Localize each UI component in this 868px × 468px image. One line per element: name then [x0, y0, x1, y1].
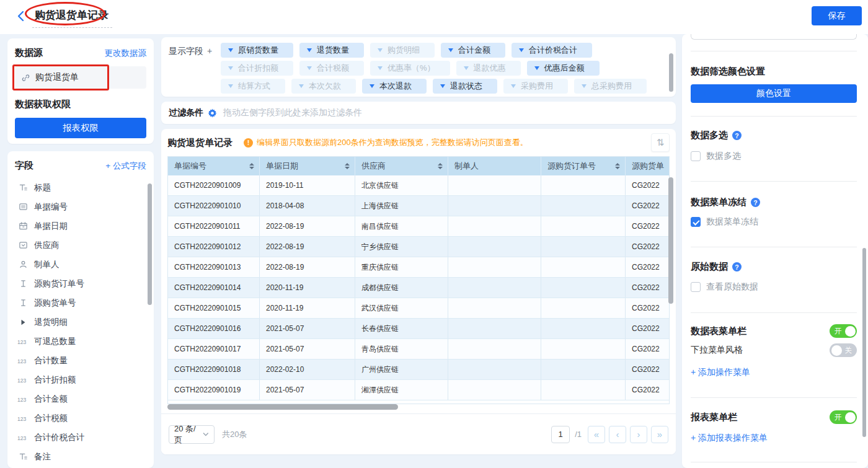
- last-page-button[interactable]: »: [651, 426, 668, 443]
- display-field-chip[interactable]: 合计价税合计: [512, 43, 592, 58]
- field-item[interactable]: 供应商: [15, 236, 146, 255]
- column-header[interactable]: 单据日期: [260, 157, 355, 175]
- field-item[interactable]: 123合计折扣额: [15, 370, 146, 389]
- caret-down-icon[interactable]: [582, 84, 587, 88]
- add-formula-field-link[interactable]: + 公式字段: [105, 161, 146, 172]
- caret-down-icon[interactable]: [228, 66, 233, 70]
- column-header[interactable]: 制单人: [448, 157, 541, 175]
- column-sort-icon[interactable]: [438, 163, 443, 170]
- field-item[interactable]: 标题: [15, 178, 146, 197]
- help-icon[interactable]: ?: [732, 131, 742, 140]
- table-cell: [448, 196, 541, 216]
- next-page-button[interactable]: ›: [630, 426, 647, 443]
- field-item[interactable]: 退货明细: [15, 312, 146, 332]
- caret-down-icon[interactable]: [299, 84, 304, 88]
- display-fields-chips: 原销货数量退货数量购货明细合计金额合计价税合计合计折扣额合计税额优惠率（%）退款…: [221, 43, 647, 91]
- chip-label: 结算方式: [238, 81, 270, 92]
- table-cell: 2019-10-11: [260, 175, 355, 195]
- multi-select-checkbox-row[interactable]: 数据多选: [691, 151, 857, 162]
- help-icon[interactable]: ?: [751, 198, 760, 207]
- report-menu-toggle[interactable]: 开: [830, 410, 857, 424]
- report-permission-button[interactable]: 报表权限: [15, 118, 146, 138]
- prev-page-button[interactable]: ‹: [609, 426, 626, 443]
- display-field-chip[interactable]: 合计税额: [299, 61, 364, 76]
- gear-icon[interactable]: [208, 108, 217, 118]
- display-field-chip[interactable]: 退货数量: [299, 43, 364, 58]
- display-field-chip[interactable]: 总采购费用: [574, 79, 647, 94]
- column-header[interactable]: 单据编号: [168, 157, 260, 175]
- column-header[interactable]: 源购货订单号: [541, 157, 626, 175]
- field-item[interactable]: 源购货单号: [15, 293, 146, 312]
- caret-down-icon[interactable]: [448, 48, 453, 52]
- page-size-select[interactable]: 20 条/页: [169, 425, 215, 444]
- color-setting-button[interactable]: 颜色设置: [691, 84, 857, 103]
- display-field-chip[interactable]: 合计金额: [441, 43, 505, 58]
- field-item[interactable]: 123合计金额: [15, 389, 146, 408]
- field-item[interactable]: 123合计价税合计: [15, 428, 146, 447]
- display-field-chip[interactable]: 退款优惠: [456, 61, 521, 76]
- add-display-field-button[interactable]: +: [207, 46, 212, 56]
- caret-down-icon[interactable]: [464, 66, 469, 70]
- caret-down-icon[interactable]: [228, 84, 233, 88]
- table-cell: 2021-05-07: [260, 380, 355, 400]
- fields-scrollbar[interactable]: [148, 183, 152, 305]
- back-icon[interactable]: [17, 11, 24, 24]
- raw-data-checkbox[interactable]: [691, 282, 701, 292]
- field-item[interactable]: 制单人: [15, 255, 146, 274]
- add-report-action-menu-link[interactable]: + 添加报表操作菜单: [691, 433, 857, 444]
- column-header[interactable]: 源购货单: [626, 157, 670, 175]
- table-menu-toggle[interactable]: 开: [830, 324, 857, 338]
- display-field-chip[interactable]: 合计折扣额: [221, 61, 293, 76]
- display-field-chip[interactable]: 本次退款: [362, 79, 427, 94]
- caret-down-icon[interactable]: [307, 66, 312, 70]
- caret-down-icon[interactable]: [378, 66, 383, 70]
- display-field-chip[interactable]: 本次欠款: [291, 79, 356, 94]
- field-item[interactable]: 源购货订单号: [15, 274, 146, 293]
- menu-freeze-checkbox[interactable]: [691, 217, 701, 227]
- dropdown-style-toggle[interactable]: 关: [830, 343, 857, 357]
- caret-down-icon[interactable]: [378, 48, 383, 52]
- display-field-chip[interactable]: 原销货数量: [221, 43, 293, 58]
- field-item[interactable]: 单据日期: [15, 216, 146, 236]
- column-header[interactable]: 供应商: [355, 157, 448, 175]
- field-item[interactable]: 备注: [15, 447, 146, 466]
- caret-down-icon[interactable]: [440, 84, 445, 88]
- change-datasource-link[interactable]: 更改数据源: [105, 48, 147, 59]
- sort-order-button[interactable]: ⇅: [651, 133, 670, 152]
- add-action-menu-link[interactable]: + 添加操作菜单: [691, 367, 857, 378]
- display-field-chip[interactable]: 优惠率（%）: [370, 61, 450, 76]
- table-vertical-scrollbar[interactable]: [668, 177, 673, 304]
- page-number-input[interactable]: [551, 426, 570, 443]
- menu-freeze-checkbox-row[interactable]: 数据菜单冻结: [691, 216, 857, 227]
- caret-down-icon[interactable]: [534, 66, 539, 70]
- column-sort-icon[interactable]: [249, 163, 254, 170]
- multi-select-checkbox[interactable]: [691, 151, 701, 161]
- chips-scrollbar[interactable]: [669, 53, 673, 92]
- save-button[interactable]: 保存: [812, 6, 862, 25]
- first-page-button[interactable]: «: [588, 426, 605, 443]
- display-field-chip[interactable]: 优惠后金额: [527, 61, 600, 76]
- field-item[interactable]: 123合计税额: [15, 408, 146, 428]
- field-item[interactable]: 123可退总数量: [15, 332, 146, 351]
- display-field-chip[interactable]: 采购费用: [503, 79, 568, 94]
- help-icon[interactable]: ?: [732, 262, 742, 272]
- field-item[interactable]: 123合计数量: [15, 351, 146, 370]
- display-field-chip[interactable]: 退款状态: [433, 79, 497, 94]
- table-cell: CGTH20220901019: [168, 380, 260, 400]
- field-item[interactable]: 单据编号: [15, 197, 146, 216]
- horizontal-scrollbar[interactable]: [167, 404, 398, 410]
- display-field-chip[interactable]: 购货明细: [370, 43, 435, 58]
- column-sort-icon[interactable]: [615, 163, 620, 170]
- caret-down-icon[interactable]: [370, 84, 374, 88]
- caret-down-icon[interactable]: [307, 48, 312, 52]
- caret-down-icon[interactable]: [519, 48, 524, 52]
- panel-scrollbar[interactable]: [862, 248, 866, 437]
- caret-down-icon[interactable]: [511, 84, 516, 88]
- caret-down-icon[interactable]: [228, 48, 233, 52]
- table-cell: 2020-11-19: [260, 298, 355, 318]
- column-sort-icon[interactable]: [345, 163, 350, 170]
- display-field-chip[interactable]: 结算方式: [221, 79, 285, 94]
- datasource-item[interactable]: 购货退货单: [15, 66, 146, 89]
- chip-label: 合计折扣额: [238, 63, 278, 74]
- raw-data-checkbox-row[interactable]: 查看原始数据: [691, 281, 857, 293]
